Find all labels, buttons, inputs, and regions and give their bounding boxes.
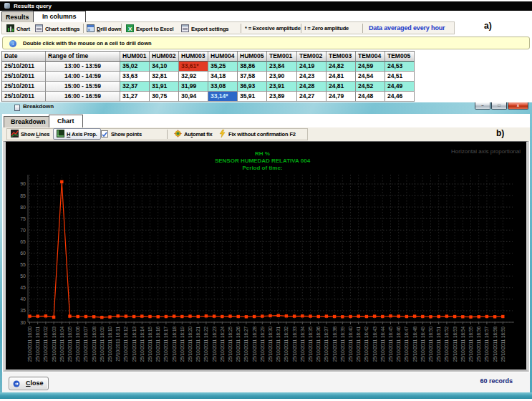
close-button[interactable]: Close <box>9 377 49 390</box>
chart-icon <box>6 24 14 32</box>
svg-text:25/10/2011 16:12: 25/10/2011 16:12 <box>123 327 128 362</box>
column-header[interactable]: HUM005 <box>238 52 267 62</box>
records-count: 60 records <box>480 377 513 385</box>
value-cell[interactable]: 34,10 <box>150 62 179 72</box>
value-cell[interactable]: 24,53 <box>385 62 415 72</box>
column-header[interactable]: HUM004 <box>208 52 238 62</box>
column-header[interactable]: HUM001 <box>120 52 150 62</box>
value-cell[interactable]: 32,92 <box>179 72 208 82</box>
value-cell[interactable]: 30,75 <box>150 92 179 102</box>
automat-fix-button[interactable]: Automat fix <box>174 130 213 140</box>
svg-text:60: 60 <box>20 251 26 256</box>
svg-text:55: 55 <box>20 262 26 267</box>
date-cell[interactable]: 25/10/2011 <box>2 82 46 92</box>
value-cell[interactable]: 24,27 <box>297 92 327 102</box>
svg-text:40: 40 <box>20 296 26 301</box>
value-cell[interactable]: 24,23 <box>297 72 327 82</box>
value-cell[interactable]: 35,02 <box>120 62 150 72</box>
svg-text:25/10/2011 16:14: 25/10/2011 16:14 <box>140 327 145 362</box>
export-excel-button[interactable]: XExport to Excel <box>126 24 173 33</box>
value-cell[interactable]: 38,86 <box>238 62 267 72</box>
svg-text:80: 80 <box>20 205 26 210</box>
tab-breakdown[interactable]: Breakdown <box>4 116 53 127</box>
svg-text:25/10/2011 16:50: 25/10/2011 16:50 <box>428 327 433 362</box>
value-cell[interactable]: 24,81 <box>327 82 356 92</box>
date-cell[interactable]: 25/10/2011 <box>2 62 46 72</box>
svg-text:25/10/2011 16:37: 25/10/2011 16:37 <box>324 327 329 362</box>
automat-fix-icon <box>174 130 182 137</box>
show-points-checkbox[interactable]: Show points <box>101 130 142 140</box>
export-settings-button[interactable]: Export settings <box>181 24 228 33</box>
column-header[interactable]: TEM001 <box>267 52 297 62</box>
value-cell[interactable]: 23,84 <box>267 62 297 72</box>
column-header[interactable]: Date <box>2 52 46 62</box>
breakdown-toolbar: Show Lines H Axis Prop. Show points Auto… <box>2 127 530 141</box>
drill-down-button[interactable]: Drill down <box>87 24 122 33</box>
column-header[interactable]: TEM002 <box>297 52 327 62</box>
value-cell[interactable]: 24,54 <box>356 72 385 82</box>
column-header[interactable]: TEM005 <box>385 52 415 62</box>
date-cell[interactable]: 25/10/2011 <box>2 72 46 82</box>
value-cell[interactable]: 36,93 <box>238 82 267 92</box>
column-header[interactable]: TEM003 <box>327 52 356 62</box>
svg-text:25/10/2011 16:13: 25/10/2011 16:13 <box>132 327 137 362</box>
value-cell[interactable]: 32,37 <box>120 82 150 92</box>
value-cell[interactable]: 33,61* <box>179 62 208 72</box>
value-cell[interactable]: 24,51 <box>385 72 415 82</box>
value-cell[interactable]: 24,48 <box>356 92 385 102</box>
fix-without-confirmation-button[interactable]: Fix without confirmation F2 <box>218 130 296 140</box>
value-cell[interactable]: 24,49 <box>385 82 415 92</box>
value-cell[interactable]: 31,27 <box>120 92 150 102</box>
value-cell[interactable]: 33,14* <box>208 92 238 102</box>
column-header[interactable]: Range of time <box>46 52 120 62</box>
show-lines-button[interactable]: Show Lines <box>11 130 49 140</box>
value-cell[interactable]: 37,58 <box>238 72 267 82</box>
value-cell[interactable]: 31,91 <box>150 82 179 92</box>
range-cell[interactable]: 16:00 - 16:59 <box>46 92 120 102</box>
svg-text:25/10/2011 16:49: 25/10/2011 16:49 <box>420 327 425 362</box>
value-cell[interactable]: 33,63 <box>120 72 150 82</box>
value-cell[interactable]: 24,59 <box>356 62 385 72</box>
svg-text:25/10/2011 16:46: 25/10/2011 16:46 <box>396 327 401 362</box>
value-cell[interactable]: 33,08 <box>208 82 238 92</box>
date-cell[interactable]: 25/10/2011 <box>2 92 46 102</box>
value-cell[interactable]: 23,91 <box>267 82 297 92</box>
checkbox-icon <box>101 130 108 137</box>
value-cell[interactable]: 32,81 <box>150 72 179 82</box>
value-cell[interactable]: 24,28 <box>297 82 327 92</box>
svg-text:90: 90 <box>20 181 26 186</box>
value-cell[interactable]: 35,25 <box>208 62 238 72</box>
range-cell[interactable]: 14:00 - 14:59 <box>46 72 120 82</box>
value-cell[interactable]: 30,94 <box>179 92 208 102</box>
svg-text:25/10/2011 16:02: 25/10/2011 16:02 <box>43 327 48 362</box>
tab-in-columns[interactable]: In columns <box>33 11 86 22</box>
close-window-button[interactable]: x <box>508 102 528 110</box>
value-cell[interactable]: 24,52 <box>356 82 385 92</box>
svg-text:25/10/2011 16:56: 25/10/2011 16:56 <box>476 327 481 362</box>
value-cell[interactable]: 24,19 <box>297 62 327 72</box>
chart-settings-icon <box>35 24 43 32</box>
value-cell[interactable]: 23,89 <box>267 92 297 102</box>
value-cell[interactable]: 24,79 <box>327 92 356 102</box>
value-cell[interactable]: 24,81 <box>327 72 356 82</box>
maximize-button[interactable]: □ <box>491 102 507 110</box>
chart-button[interactable]: Chart <box>6 24 30 33</box>
chart-settings-button[interactable]: Chart settings <box>35 24 79 33</box>
value-cell[interactable]: 34,18 <box>208 72 238 82</box>
h-axis-prop-button[interactable]: H Axis Prop. <box>53 128 101 140</box>
range-cell[interactable]: 13:00 - 13:59 <box>46 62 120 72</box>
value-cell[interactable]: 24,82 <box>327 62 356 72</box>
column-header[interactable]: TEM004 <box>356 52 385 62</box>
value-cell[interactable]: 31,99 <box>179 82 208 92</box>
line-chart: 3035404550556065707580859025/10/2011 16:… <box>6 142 526 369</box>
column-header[interactable]: HUM002 <box>150 52 179 62</box>
range-cell[interactable]: 15:00 - 15:59 <box>46 82 120 92</box>
tab-chart[interactable]: Chart <box>49 115 83 127</box>
value-cell[interactable]: 24,46 <box>385 92 415 102</box>
svg-text:25/10/2011 16:58: 25/10/2011 16:58 <box>493 327 498 362</box>
value-cell[interactable]: 23,90 <box>267 72 297 82</box>
minimize-button[interactable]: – <box>475 102 490 110</box>
tab-results[interactable]: Results <box>1 11 34 22</box>
value-cell[interactable]: 35,91 <box>238 92 267 102</box>
column-header[interactable]: HUM003 <box>179 52 208 62</box>
